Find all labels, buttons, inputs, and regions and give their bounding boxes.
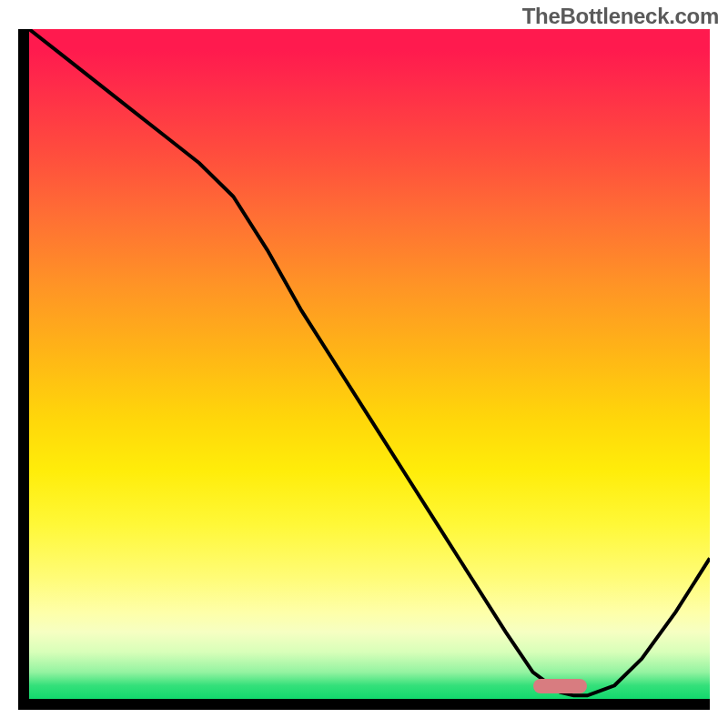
optimal-marker — [533, 679, 588, 693]
plot-frame — [18, 29, 710, 710]
bottleneck-curve — [29, 29, 710, 695]
curve-svg — [29, 29, 710, 699]
watermark-text: TheBottleneck.com — [522, 4, 719, 29]
chart-container: TheBottleneck.com — [0, 0, 728, 728]
